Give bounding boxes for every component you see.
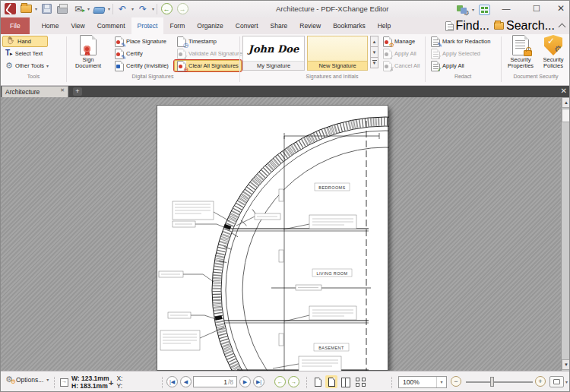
page-height-readout: H: 183.1mm bbox=[71, 383, 109, 390]
page-number-input[interactable]: 1/8 bbox=[193, 376, 237, 387]
tab-form[interactable]: Form bbox=[163, 17, 191, 34]
gallery-scroll-down-button[interactable]: ▼ bbox=[370, 46, 378, 58]
document-tab-architecture[interactable]: Architecture ✕ bbox=[2, 86, 68, 97]
next-page-button[interactable]: ▶ bbox=[239, 376, 251, 387]
fullscreen-button[interactable] bbox=[477, 3, 491, 16]
close-button[interactable]: ✕ bbox=[551, 1, 570, 16]
zoom-level-combobox[interactable]: 100% ▾ bbox=[398, 376, 447, 388]
certify-invisible-button[interactable]: Certify (Invisible) bbox=[112, 60, 172, 71]
new-tab-button[interactable]: + bbox=[73, 87, 82, 96]
gallery-expand-button[interactable]: ▼ bbox=[370, 57, 378, 68]
signature-gallery-item-my-signature[interactable]: John Doe My Signature bbox=[242, 36, 305, 71]
tab-view[interactable]: View bbox=[65, 17, 90, 34]
ui-options-icon: ⚙ bbox=[457, 5, 468, 14]
select-text-button[interactable]: T▸ Select Text bbox=[2, 48, 46, 59]
mark-for-redaction-button[interactable]: ✎ Mark for Redaction bbox=[428, 36, 493, 47]
redo-dropdown-caret[interactable]: ▾ bbox=[152, 7, 154, 11]
collapse-ribbon-icon[interactable] bbox=[559, 24, 566, 31]
undo-dropdown-caret[interactable]: ▾ bbox=[131, 7, 134, 11]
layout-two-continuous-button[interactable] bbox=[354, 375, 366, 388]
tab-bookmarks[interactable]: Bookmarks bbox=[327, 17, 372, 34]
tab-protect[interactable]: Protect bbox=[131, 17, 164, 34]
timestamp-button[interactable]: ◷ Timestamp bbox=[174, 36, 220, 47]
tab-close-icon[interactable]: ✕ bbox=[60, 87, 65, 93]
validate-all-signatures-button[interactable]: ✓ Validate All Signatures bbox=[174, 48, 249, 59]
place-signature-button[interactable]: ✎ Place Signature bbox=[112, 36, 169, 47]
search-button[interactable]: Search... bbox=[494, 19, 555, 33]
tab-review[interactable]: Review bbox=[293, 17, 327, 34]
tab-help[interactable]: Help bbox=[372, 17, 397, 34]
sign-document-button[interactable]: Sign Document bbox=[71, 35, 106, 72]
zoom-out-button[interactable]: − bbox=[451, 376, 461, 387]
app-logo-icon[interactable] bbox=[3, 2, 17, 15]
tab-home[interactable]: Home bbox=[36, 17, 65, 34]
scan-button[interactable] bbox=[92, 2, 106, 15]
layout-single-page-button[interactable] bbox=[312, 375, 324, 388]
ui-options-caret[interactable]: ▾ bbox=[472, 8, 474, 12]
cursor-position-icon: + bbox=[109, 378, 113, 387]
email-dropdown-caret[interactable]: ▾ bbox=[87, 7, 90, 11]
scroll-up-button[interactable]: ▲ bbox=[562, 97, 570, 108]
vertical-scrollbar[interactable]: ▲ ▼ bbox=[561, 97, 570, 371]
find-button[interactable]: Find... bbox=[445, 19, 489, 33]
print-button[interactable] bbox=[55, 2, 69, 15]
undo-button[interactable]: ↶ bbox=[116, 2, 129, 15]
fit-page-button[interactable] bbox=[549, 376, 564, 387]
tab-share[interactable]: Share bbox=[264, 17, 294, 34]
clear-all-signatures-button[interactable]: ⊖ Clear All Signatures bbox=[174, 60, 242, 71]
gallery-scroll-up-button[interactable]: ▲ bbox=[370, 36, 378, 47]
pdf-page: BEDROOMS LIVING ROOM BASEMENT bbox=[157, 105, 388, 371]
open-button[interactable] bbox=[19, 2, 33, 15]
minimize-button[interactable]: — bbox=[496, 1, 516, 16]
last-page-button[interactable]: ▶| bbox=[253, 376, 264, 387]
manage-signatures-button[interactable]: ⚙ Manage bbox=[380, 36, 418, 47]
first-page-button[interactable]: |◀ bbox=[166, 376, 178, 387]
zoom-value: 100% bbox=[403, 378, 420, 386]
save-button[interactable] bbox=[40, 2, 53, 15]
tab-file[interactable]: File bbox=[1, 17, 30, 34]
layout-two-pages-button[interactable] bbox=[340, 375, 352, 388]
zoom-slider-track[interactable] bbox=[466, 381, 533, 383]
redact-group-label: Redact bbox=[425, 74, 501, 79]
apply-all-redactions-button[interactable]: ✓ Apply All bbox=[428, 60, 467, 71]
previous-view-button-status[interactable]: ← bbox=[274, 376, 286, 387]
tab-comment[interactable]: Comment bbox=[91, 17, 131, 34]
signature-gallery-item-new-signature[interactable]: New Signature bbox=[307, 36, 368, 71]
scrollbar-thumb[interactable] bbox=[562, 109, 570, 122]
hand-tool-button[interactable]: Hand bbox=[2, 36, 48, 47]
room-label-basement: BASEMENT bbox=[318, 346, 344, 350]
redo-button[interactable]: ↷ bbox=[136, 2, 150, 15]
fit-options-caret[interactable]: ▾ bbox=[565, 380, 568, 384]
cancel-all-signatures-button[interactable]: ✗ Cancel All bbox=[380, 60, 423, 71]
document-viewport: BEDROOMS LIVING ROOM BASEMENT ▲ ▼ bbox=[1, 97, 570, 371]
options-button[interactable]: ⚙⚙ Options... ▾ bbox=[5, 375, 49, 384]
maximize-button[interactable]: ☐ bbox=[527, 1, 546, 16]
next-view-button-status[interactable]: → bbox=[288, 376, 299, 387]
email-button[interactable]: ✉▸ bbox=[71, 2, 85, 15]
tab-organize[interactable]: Organize bbox=[191, 17, 230, 34]
previous-page-button[interactable]: ◀ bbox=[180, 376, 192, 387]
ui-options-button[interactable]: ⚙ bbox=[455, 3, 469, 16]
search-icon bbox=[494, 22, 504, 30]
tab-convert[interactable]: Convert bbox=[230, 17, 264, 34]
security-policies-button[interactable]: ✓⚙ Security Policies bbox=[537, 35, 570, 72]
certify-button[interactable]: ✎ Certify bbox=[112, 48, 146, 59]
zoom-in-button[interactable]: + bbox=[535, 376, 546, 387]
ribbon: Hand T▸ Select Text ⚙ Other Tools ▾ Tool… bbox=[1, 34, 570, 86]
my-signature-caption: My Signature bbox=[243, 61, 304, 70]
scroll-down-button[interactable]: ▼ bbox=[562, 359, 570, 370]
security-properties-button[interactable]: Security Properties bbox=[504, 35, 537, 72]
close-pane-icon[interactable]: ✕ bbox=[561, 87, 567, 95]
scan-dropdown-caret[interactable]: ▾ bbox=[108, 7, 110, 11]
previous-view-button[interactable]: ← bbox=[160, 2, 173, 15]
open-dropdown-caret[interactable]: ▾ bbox=[35, 7, 37, 11]
other-tools-button[interactable]: ⚙ Other Tools ▾ bbox=[2, 60, 52, 71]
next-view-button[interactable]: → bbox=[176, 2, 189, 15]
zoom-dropdown-caret[interactable]: ▾ bbox=[436, 377, 446, 387]
apply-selected-redactions-button[interactable]: ✓ Apply Selected bbox=[428, 48, 483, 59]
apply-all-signatures-button[interactable]: ✓ Apply All bbox=[380, 48, 420, 59]
signatures-initials-group-label: Signatures and Initials bbox=[239, 74, 425, 79]
hand-icon bbox=[5, 36, 15, 47]
layout-single-continuous-button[interactable] bbox=[325, 375, 337, 388]
zoom-slider-thumb[interactable] bbox=[490, 377, 494, 387]
